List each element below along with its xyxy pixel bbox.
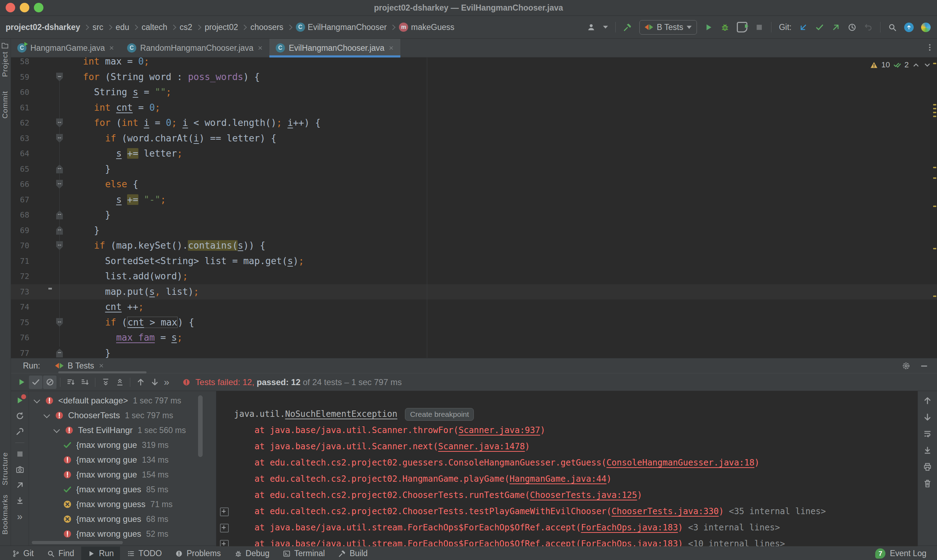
test-row-4[interactable]: {max wrong gue134 ms <box>29 452 216 467</box>
breadcrumb-project02-dsharkey[interactable]: project02-dsharkey <box>6 23 80 32</box>
line-number[interactable]: 76 <box>11 333 29 342</box>
import-test-results-icon[interactable] <box>15 496 25 505</box>
thread-dump-camera-icon[interactable] <box>15 465 25 474</box>
rollback-icon[interactable] <box>864 23 873 32</box>
minimize-window-button[interactable] <box>20 3 29 12</box>
test-console-output[interactable]: java.util.NoSuchElementExceptionCreate b… <box>216 391 918 546</box>
tree-horizontal-scrollbar[interactable] <box>32 541 123 544</box>
tab-close-icon[interactable] <box>109 45 114 51</box>
breadcrumb-evilhangmanchooser[interactable]: CEvilHangmanChooser <box>296 23 387 32</box>
run-panel-settings-gear-icon[interactable] <box>902 362 911 370</box>
code-line-77[interactable]: 77 } <box>11 346 937 358</box>
chevron-down-icon[interactable] <box>34 397 40 403</box>
code-line-59[interactable]: 59for (String word : poss_words) { <box>11 69 937 85</box>
line-number[interactable]: 63 <box>11 134 29 143</box>
debug-button[interactable] <box>721 23 729 32</box>
line-number[interactable]: 66 <box>11 180 29 189</box>
tree-vertical-scrollbar[interactable] <box>198 395 203 457</box>
line-number[interactable]: 62 <box>11 118 29 127</box>
search-everywhere-icon[interactable] <box>888 23 897 32</box>
code-line-63[interactable]: 63 if (word.charAt(i) == letter) { <box>11 131 937 146</box>
line-number[interactable]: 59 <box>11 73 29 82</box>
expand-fold-icon[interactable] <box>220 524 229 532</box>
test-row-3[interactable]: {max wrong gue319 ms <box>29 438 216 452</box>
ide-sphere-icon[interactable] <box>921 23 931 32</box>
build-hammer-icon[interactable] <box>623 23 632 32</box>
code-line-66[interactable]: 66 else { <box>11 177 937 192</box>
run-configuration-select[interactable]: B Tests <box>639 20 697 35</box>
fold-marker-icon[interactable] <box>56 349 63 358</box>
code-line-67[interactable]: 67 s += "-"; <box>11 192 937 208</box>
user-menu-icon[interactable] <box>587 23 596 32</box>
code-line-74[interactable]: 74 cnt ++; <box>11 299 937 315</box>
statusbar-terminal[interactable]: Terminal <box>283 546 325 560</box>
previous-failed-test-button[interactable] <box>134 375 147 389</box>
rerun-button[interactable] <box>15 412 25 420</box>
test-row-0[interactable]: <default package>1 sec 797 ms <box>29 393 216 408</box>
chevron-down-icon[interactable] <box>43 412 50 418</box>
code-editor[interactable]: 58int max = 0;59for (String word : poss_… <box>11 57 937 358</box>
stack-frame-link[interactable]: Scanner.java:1478 <box>438 442 525 451</box>
line-number[interactable]: 61 <box>11 103 29 112</box>
expand-all-button[interactable] <box>99 375 112 389</box>
breadcrumb-makeguess[interactable]: mmakeGuess <box>399 23 454 32</box>
tool-stripe-project[interactable]: Project <box>1 51 9 77</box>
stack-frame-link[interactable]: ChooserTests.java:125 <box>530 490 637 500</box>
breadcrumb-edu[interactable]: edu <box>116 23 129 32</box>
code-line-65[interactable]: 65 } <box>11 162 937 177</box>
statusbar-find[interactable]: Find <box>47 546 74 560</box>
more-toolbar-actions-icon[interactable]: » <box>164 377 170 387</box>
test-row-6[interactable]: {max wrong gues85 ms <box>29 482 216 497</box>
line-number[interactable]: 77 <box>11 349 29 358</box>
print-icon[interactable] <box>923 462 932 471</box>
warning-stripe-mark[interactable] <box>933 167 936 168</box>
test-row-2[interactable]: Test EvilHangr1 sec 560 ms <box>29 423 216 438</box>
git-commit-icon[interactable] <box>815 23 824 32</box>
scroll-to-end-icon[interactable] <box>923 446 932 455</box>
hide-run-panel-icon[interactable] <box>920 362 929 370</box>
show-passed-toggle[interactable] <box>29 375 42 389</box>
warning-stripe-mark[interactable] <box>933 104 936 105</box>
tab-randomhangmanchooser-java[interactable]: CRandomHangmanChooser.java <box>121 39 269 57</box>
code-line-69[interactable]: 69 } <box>11 223 937 238</box>
code-line-68[interactable]: 68 } <box>11 207 937 223</box>
suspend-button[interactable] <box>15 449 25 458</box>
breadcrumb-src[interactable]: src <box>93 23 103 32</box>
warning-stripe-mark[interactable] <box>933 116 936 117</box>
warning-stripe-mark[interactable] <box>933 206 936 207</box>
code-line-58[interactable]: 58int max = 0; <box>11 57 937 69</box>
code-line-73[interactable]: 73 map.put(s, list); <box>11 284 937 300</box>
git-update-icon[interactable] <box>799 23 808 32</box>
history-clock-icon[interactable] <box>847 23 857 32</box>
line-number[interactable]: 70 <box>11 241 29 250</box>
code-line-75[interactable]: 75 if (cnt > max) { <box>11 315 937 331</box>
warning-stripe-mark[interactable] <box>933 63 936 64</box>
code-line-72[interactable]: 72 list.add(word); <box>11 269 937 284</box>
line-number[interactable]: 73 <box>11 288 29 296</box>
statusbar-problems[interactable]: Problems <box>175 546 221 560</box>
line-number[interactable]: 68 <box>11 211 29 219</box>
code-line-61[interactable]: 61 int cnt = 0; <box>11 100 937 116</box>
breadcrumb-cs2[interactable]: cs2 <box>180 23 192 32</box>
tab-close-icon[interactable] <box>388 45 394 51</box>
code-line-76[interactable]: 76 max_fam = s; <box>11 330 937 346</box>
warning-stripe-mark[interactable] <box>933 295 936 297</box>
statusbar-debug[interactable]: Debug <box>235 546 270 560</box>
test-settings-wrench-icon[interactable] <box>15 427 25 436</box>
code-line-64[interactable]: 64 s += letter; <box>11 146 937 162</box>
expand-fold-icon[interactable] <box>220 508 229 516</box>
error-stripe[interactable] <box>932 57 937 358</box>
show-ignored-toggle[interactable] <box>43 375 57 389</box>
fullscreen-window-button[interactable] <box>34 3 43 12</box>
close-window-button[interactable] <box>6 3 15 12</box>
code-line-70[interactable]: 70 if (map.keySet().contains(s)) { <box>11 238 937 254</box>
warning-stripe-mark[interactable] <box>933 112 936 113</box>
stack-frame-link[interactable]: ConsoleHangmanGuesser.java:18 <box>607 458 755 468</box>
sort-alphabetically-button[interactable] <box>64 375 77 389</box>
breadcrumb-project02[interactable]: project02 <box>205 23 238 32</box>
tool-stripe-bookmarks[interactable]: Bookmarks <box>1 494 9 535</box>
tool-stripe-commit[interactable]: Commit <box>1 91 9 118</box>
statusbar-build[interactable]: Build <box>338 546 367 560</box>
user-menu-dropdown-icon[interactable] <box>603 26 608 29</box>
close-run-tab-icon[interactable] <box>99 363 104 369</box>
